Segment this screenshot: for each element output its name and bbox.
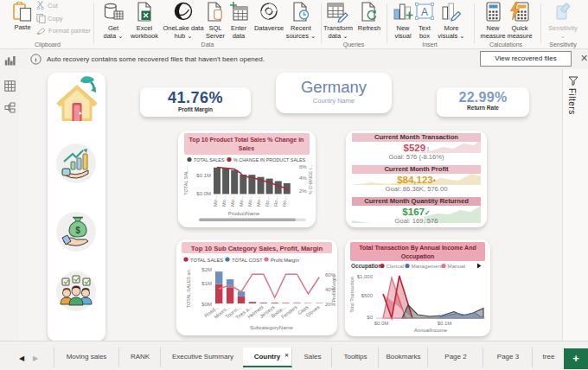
svg-text:Top 10 Sub Category Sales, Pro: Top 10 Sub Category Sales, Profit, Margi… (191, 245, 323, 252)
svg-text:$1M: $1M (201, 281, 212, 286)
svg-text:AnnualIncome: AnnualIncome (414, 328, 448, 333)
svg-text:TOTAL SAL...: TOTAL SAL... (183, 166, 189, 195)
svg-text:Mo...: Mo... (230, 195, 235, 207)
svg-text:Sales: Sales (239, 145, 254, 151)
svg-text:$1,000: $1,000 (357, 274, 374, 279)
svg-text:2%: 2% (299, 188, 307, 194)
svg-text:Manual: Manual (448, 263, 465, 269)
svg-text:% CHANGE I...: % CHANGE I... (308, 165, 313, 195)
svg-text:Total Transaction By Annual In: Total Transaction By Annual Income And (359, 245, 476, 252)
svg-text:% CHANGE IN PRODUCT SALES: % CHANGE IN PRODUCT SALES (233, 157, 306, 163)
svg-text:$0.1M: $0.1M (438, 321, 452, 326)
svg-text:Mo...: Mo... (221, 195, 227, 207)
svg-text:Total Transaction: Total Transaction (349, 277, 355, 313)
svg-text:Occupation: Occupation (351, 263, 381, 270)
svg-text:Ro...: Ro... (273, 195, 278, 207)
svg-text:TOTAL COST: TOTAL COST (232, 258, 263, 263)
svg-text:Clerical: Clerical (387, 263, 405, 269)
svg-text:$500: $500 (361, 293, 374, 298)
svg-text:$2M: $2M (201, 267, 212, 272)
svg-text:Profit Margin: Profit Margin (331, 275, 336, 302)
svg-text:Ro...: Ro... (282, 195, 287, 207)
svg-text:Occupation: Occupation (401, 253, 435, 260)
svg-text:$0.0M: $0.0M (196, 191, 211, 196)
svg-text:A: A (421, 6, 428, 18)
svg-text:TOTAL SALES an...: TOTAL SALES an... (186, 265, 191, 308)
svg-text:TOTAL SALES: TOTAL SALES (194, 157, 225, 163)
svg-text:Management: Management (412, 263, 443, 269)
svg-text:$0.0M: $0.0M (374, 321, 389, 326)
svg-text:Mo...: Mo... (239, 195, 244, 207)
svg-text:Top 10 Product Total Sales % C: Top 10 Product Total Sales % Change in (189, 137, 304, 144)
svg-text:$0.1M: $0.1M (196, 173, 211, 178)
svg-text:6%: 6% (299, 164, 307, 169)
svg-text:$0M: $0M (201, 302, 212, 307)
svg-text:Mo...: Mo... (213, 195, 218, 207)
svg-text:$: $ (75, 226, 80, 235)
svg-text:4%: 4% (299, 175, 307, 181)
svg-text:SubcategoryName: SubcategoryName (250, 325, 293, 330)
svg-text:Profit Margin: Profit Margin (271, 258, 299, 263)
svg-text:Mo...: Mo... (247, 195, 252, 207)
svg-text:Mo...: Mo... (256, 195, 261, 207)
svg-text:TOTAL SALES: TOTAL SALES (190, 258, 223, 263)
svg-text:$0: $0 (367, 315, 373, 320)
svg-text:ProductName: ProductName (228, 211, 260, 216)
svg-text:Ro...: Ro... (265, 195, 270, 207)
